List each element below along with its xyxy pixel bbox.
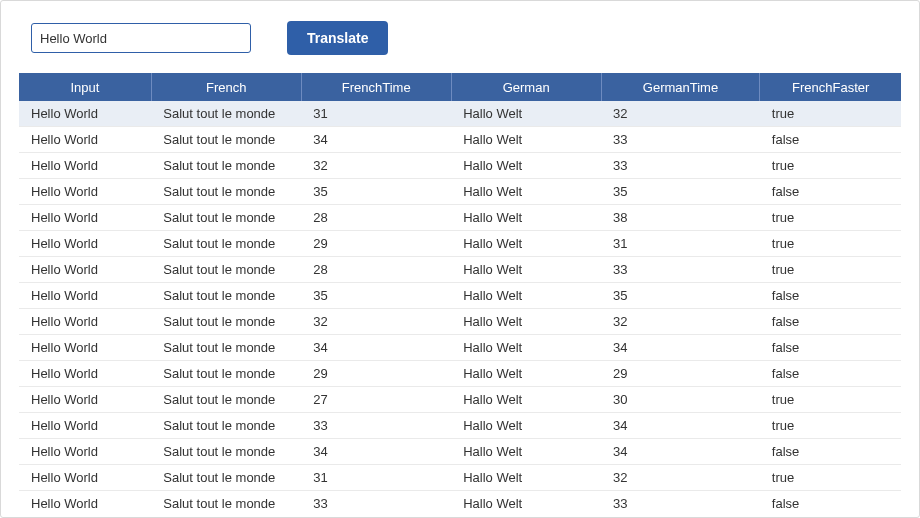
cell-german: Hallo Welt <box>451 413 601 439</box>
table-row[interactable]: Hello WorldSalut tout le monde29Hallo We… <box>19 231 901 257</box>
table-row[interactable]: Hello WorldSalut tout le monde28Hallo We… <box>19 205 901 231</box>
cell-german: Hallo Welt <box>451 153 601 179</box>
cell-french-faster: false <box>760 361 901 387</box>
cell-german-time: 32 <box>601 101 760 127</box>
cell-input: Hello World <box>19 205 151 231</box>
cell-french-time: 29 <box>301 231 451 257</box>
controls-bar: Translate <box>31 21 901 55</box>
cell-input: Hello World <box>19 361 151 387</box>
cell-german: Hallo Welt <box>451 283 601 309</box>
table-row[interactable]: Hello WorldSalut tout le monde32Hallo We… <box>19 309 901 335</box>
cell-french-time: 28 <box>301 257 451 283</box>
cell-french-faster: true <box>760 413 901 439</box>
cell-german: Hallo Welt <box>451 231 601 257</box>
cell-french-time: 34 <box>301 335 451 361</box>
table-row[interactable]: Hello WorldSalut tout le monde34Hallo We… <box>19 127 901 153</box>
cell-german: Hallo Welt <box>451 101 601 127</box>
cell-french-faster: false <box>760 439 901 465</box>
cell-french-faster: false <box>760 179 901 205</box>
cell-german-time: 35 <box>601 179 760 205</box>
table-row[interactable]: Hello WorldSalut tout le monde33Hallo We… <box>19 491 901 517</box>
cell-german-time: 32 <box>601 465 760 491</box>
cell-french-time: 31 <box>301 465 451 491</box>
cell-german: Hallo Welt <box>451 257 601 283</box>
cell-german: Hallo Welt <box>451 335 601 361</box>
cell-input: Hello World <box>19 387 151 413</box>
cell-french: Salut tout le monde <box>151 491 301 517</box>
header-french-faster[interactable]: FrenchFaster <box>760 73 901 101</box>
cell-input: Hello World <box>19 335 151 361</box>
table-row[interactable]: Hello WorldSalut tout le monde33Hallo We… <box>19 413 901 439</box>
header-german[interactable]: German <box>451 73 601 101</box>
table-row[interactable]: Hello WorldSalut tout le monde34Hallo We… <box>19 439 901 465</box>
cell-german-time: 31 <box>601 231 760 257</box>
cell-french-faster: true <box>760 387 901 413</box>
cell-french-time: 29 <box>301 361 451 387</box>
header-french[interactable]: French <box>151 73 301 101</box>
table-row[interactable]: Hello WorldSalut tout le monde27Hallo We… <box>19 387 901 413</box>
cell-french: Salut tout le monde <box>151 231 301 257</box>
cell-french-time: 35 <box>301 283 451 309</box>
cell-french-time: 35 <box>301 179 451 205</box>
cell-french: Salut tout le monde <box>151 309 301 335</box>
cell-french: Salut tout le monde <box>151 127 301 153</box>
cell-german-time: 33 <box>601 257 760 283</box>
cell-german: Hallo Welt <box>451 205 601 231</box>
cell-french-time: 27 <box>301 387 451 413</box>
cell-input: Hello World <box>19 179 151 205</box>
cell-german-time: 34 <box>601 335 760 361</box>
cell-french-faster: true <box>760 153 901 179</box>
cell-german: Hallo Welt <box>451 127 601 153</box>
table-row[interactable]: Hello WorldSalut tout le monde31Hallo We… <box>19 101 901 127</box>
cell-french: Salut tout le monde <box>151 205 301 231</box>
cell-french: Salut tout le monde <box>151 439 301 465</box>
cell-french-time: 34 <box>301 127 451 153</box>
cell-german-time: 34 <box>601 413 760 439</box>
cell-french-faster: true <box>760 465 901 491</box>
cell-german: Hallo Welt <box>451 309 601 335</box>
cell-french-time: 32 <box>301 309 451 335</box>
app-frame: Translate Input French FrenchTime German… <box>0 0 920 518</box>
table-row[interactable]: Hello WorldSalut tout le monde31Hallo We… <box>19 465 901 491</box>
cell-french-faster: false <box>760 491 901 517</box>
cell-input: Hello World <box>19 309 151 335</box>
cell-french-time: 33 <box>301 491 451 517</box>
cell-input: Hello World <box>19 413 151 439</box>
table-row[interactable]: Hello WorldSalut tout le monde35Hallo We… <box>19 283 901 309</box>
cell-input: Hello World <box>19 491 151 517</box>
cell-german-time: 33 <box>601 127 760 153</box>
cell-german-time: 32 <box>601 309 760 335</box>
cell-input: Hello World <box>19 231 151 257</box>
table-row[interactable]: Hello WorldSalut tout le monde29Hallo We… <box>19 361 901 387</box>
cell-french-faster: true <box>760 205 901 231</box>
cell-french: Salut tout le monde <box>151 413 301 439</box>
header-french-time[interactable]: FrenchTime <box>301 73 451 101</box>
table-row[interactable]: Hello WorldSalut tout le monde28Hallo We… <box>19 257 901 283</box>
cell-german-time: 34 <box>601 439 760 465</box>
cell-french-time: 31 <box>301 101 451 127</box>
cell-input: Hello World <box>19 257 151 283</box>
table-row[interactable]: Hello WorldSalut tout le monde34Hallo We… <box>19 335 901 361</box>
table-row[interactable]: Hello WorldSalut tout le monde32Hallo We… <box>19 153 901 179</box>
table-header-row: Input French FrenchTime German GermanTim… <box>19 73 901 101</box>
cell-french: Salut tout le monde <box>151 335 301 361</box>
table-row[interactable]: Hello WorldSalut tout le monde35Hallo We… <box>19 179 901 205</box>
header-german-time[interactable]: GermanTime <box>601 73 760 101</box>
cell-french-faster: true <box>760 231 901 257</box>
cell-input: Hello World <box>19 153 151 179</box>
results-table: Input French FrenchTime German GermanTim… <box>19 73 901 516</box>
input-text-field[interactable] <box>31 23 251 53</box>
cell-french-faster: false <box>760 335 901 361</box>
cell-french: Salut tout le monde <box>151 387 301 413</box>
cell-german: Hallo Welt <box>451 465 601 491</box>
cell-input: Hello World <box>19 127 151 153</box>
header-input[interactable]: Input <box>19 73 151 101</box>
translate-button[interactable]: Translate <box>287 21 388 55</box>
cell-german: Hallo Welt <box>451 439 601 465</box>
cell-french-faster: false <box>760 127 901 153</box>
cell-german: Hallo Welt <box>451 387 601 413</box>
cell-french-faster: false <box>760 283 901 309</box>
cell-french: Salut tout le monde <box>151 283 301 309</box>
cell-input: Hello World <box>19 465 151 491</box>
cell-german: Hallo Welt <box>451 361 601 387</box>
